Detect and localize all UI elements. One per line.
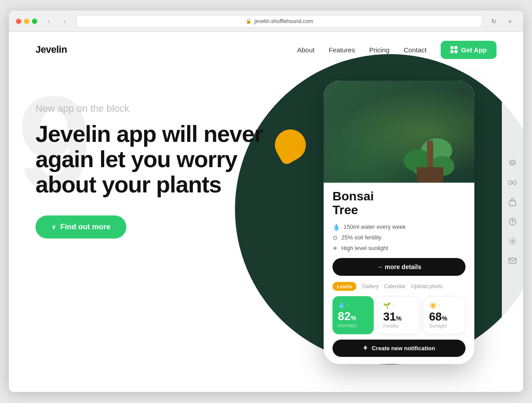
glasses-icon[interactable] xyxy=(507,177,518,188)
browser-back-button[interactable]: ‹ xyxy=(43,15,55,27)
hero-subtitle: New app on the block xyxy=(35,103,275,114)
notification-label: Create new notification xyxy=(372,345,435,352)
site-logo: Jevelin xyxy=(35,44,67,55)
bonsai-pot xyxy=(417,167,443,183)
close-window-button[interactable] xyxy=(16,19,21,24)
minimize-window-button[interactable] xyxy=(24,19,29,24)
phone-back-icon[interactable]: ← xyxy=(332,88,340,96)
find-out-label: Find out more xyxy=(60,223,110,231)
plant-image: ← ⚙ xyxy=(324,81,474,183)
svg-point-4 xyxy=(512,224,513,224)
bonsai-trunk xyxy=(427,141,433,167)
address-bar[interactable]: 🔒 jevelin.shufflehound.com xyxy=(76,15,482,27)
mail-icon[interactable] xyxy=(507,255,518,266)
phone-tabs: Levels Gallery Calendar Upload photo xyxy=(332,282,466,291)
nav-link-pricing[interactable]: Pricing xyxy=(369,46,390,54)
fertility-label: Fertility xyxy=(383,323,414,329)
sunlight-label: Sunlight xyxy=(429,323,460,329)
site-nav: About Features Pricing Contact Get App xyxy=(297,41,497,59)
humidity-label: Humidity xyxy=(338,323,368,328)
chevron-down-icon: ∨ xyxy=(51,223,56,231)
plant-details: 💧 150ml water every week ⊙ 25% soil fert… xyxy=(332,223,466,252)
phone-top-bar: ← ⚙ xyxy=(324,81,474,103)
browser-window-controls xyxy=(16,19,37,24)
browser-toolbar: ‹ › 🔒 jevelin.shufflehound.com ↻ + xyxy=(9,11,523,32)
svg-rect-6 xyxy=(509,258,516,263)
url-display: jevelin.shufflehound.com xyxy=(254,18,313,24)
water-icon: 💧 xyxy=(332,223,340,231)
browser-actions: ↻ + xyxy=(488,15,516,27)
create-notification-button[interactable]: ⚘ Create new notification xyxy=(332,340,466,357)
nav-link-about[interactable]: About xyxy=(297,46,314,54)
bag-icon[interactable] xyxy=(507,197,518,207)
svg-point-0 xyxy=(509,181,512,184)
hero-content: New app on the block Jevelin app will ne… xyxy=(35,67,275,239)
phone-body: BonsaiTree 💧 150ml water every week ⊙ 25… xyxy=(324,183,474,364)
page-content: 9 Jevelin About Features Pricing Contact… xyxy=(9,32,523,392)
settings-icon[interactable] xyxy=(507,236,518,246)
stat-humidity: 💧↑ 82% Humidity xyxy=(332,296,374,334)
detail-water: 💧 150ml water every week xyxy=(332,223,466,231)
phone-card: ← ⚙ xyxy=(324,81,474,364)
sun-icon: ✳ xyxy=(332,245,338,252)
layers-icon[interactable] xyxy=(507,158,518,168)
stat-fertility: 🌱↓ 31% Fertility xyxy=(377,296,419,334)
tab-calendar[interactable]: Calendar xyxy=(384,283,406,290)
grid-icon xyxy=(450,46,458,53)
detail-water-text: 150ml water every week xyxy=(344,223,406,230)
new-tab-button[interactable]: + xyxy=(504,15,516,27)
detail-sunlight-text: High level sunlight xyxy=(341,245,388,251)
nav-link-features[interactable]: Features xyxy=(329,46,355,54)
find-out-more-button[interactable]: ∨ Find out more xyxy=(35,215,126,239)
soil-icon: ⊙ xyxy=(332,234,338,241)
question-icon[interactable] xyxy=(507,216,518,227)
humidity-icon: 💧↑ xyxy=(338,301,368,309)
sunlight-icon: ☀️↑ xyxy=(429,302,460,309)
maximize-window-button[interactable] xyxy=(32,19,37,24)
svg-rect-2 xyxy=(509,201,516,206)
bonsai-tree-image xyxy=(395,94,466,183)
phone-settings-icon[interactable]: ⚙ xyxy=(458,87,466,97)
phone-mockup-container: ← ⚙ xyxy=(301,59,488,391)
fertility-value: 31% xyxy=(383,311,414,322)
humidity-value: 82% xyxy=(338,310,368,322)
tab-upload[interactable]: Upload photo xyxy=(411,283,442,290)
notification-icon: ⚘ xyxy=(363,345,368,352)
stat-sunlight: ☀️↑ 68% Sunlight xyxy=(423,296,466,334)
hero-title: Jevelin app will never again let you wor… xyxy=(35,121,275,198)
browser-nav: ‹ › xyxy=(43,15,71,27)
get-app-label: Get App xyxy=(461,46,487,54)
plant-name: BonsaiTree xyxy=(332,190,466,217)
svg-point-5 xyxy=(512,240,514,243)
get-app-button[interactable]: Get App xyxy=(441,41,497,59)
sunlight-value: 68% xyxy=(429,311,460,322)
fertility-icon: 🌱↓ xyxy=(383,302,414,309)
tab-levels[interactable]: Levels xyxy=(332,282,356,291)
refresh-button[interactable]: ↻ xyxy=(488,15,500,27)
tab-gallery[interactable]: Gallery xyxy=(362,283,379,290)
detail-fertility: ⊙ 25% soil fertility xyxy=(332,234,466,241)
more-details-label: → more details xyxy=(377,263,421,270)
browser-forward-button[interactable]: › xyxy=(59,15,71,27)
more-details-button[interactable]: → more details xyxy=(332,258,466,276)
site-header: Jevelin About Features Pricing Contact G… xyxy=(9,32,523,67)
stats-row: 💧↑ 82% Humidity 🌱↓ 3 xyxy=(332,296,466,334)
nav-link-contact[interactable]: Contact xyxy=(404,46,427,54)
detail-fertility-text: 25% soil fertility xyxy=(341,234,381,241)
detail-sunlight: ✳ High level sunlight xyxy=(332,245,466,252)
right-sidebar xyxy=(502,32,523,392)
svg-point-1 xyxy=(513,181,516,184)
